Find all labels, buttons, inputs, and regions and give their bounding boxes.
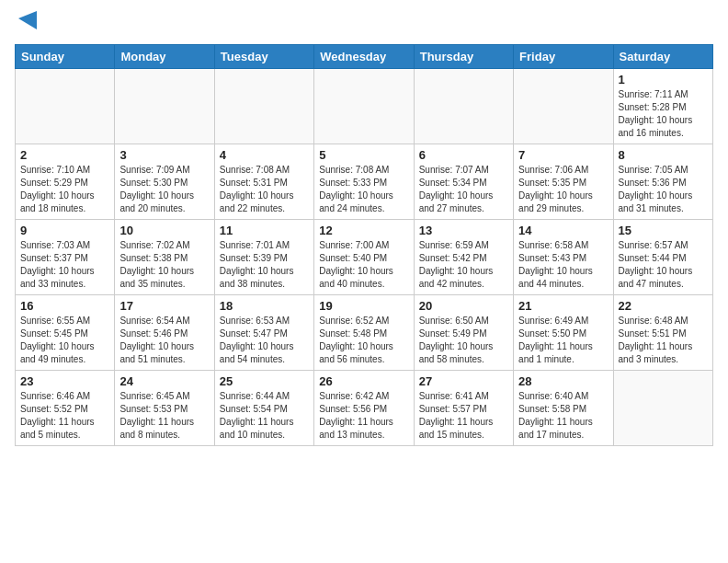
day-info: Sunrise: 7:06 AM Sunset: 5:35 PM Dayligh… <box>518 164 608 215</box>
calendar-cell: 6Sunrise: 7:07 AM Sunset: 5:34 PM Daylig… <box>414 144 513 220</box>
day-info: Sunrise: 7:00 AM Sunset: 5:40 PM Dayligh… <box>319 239 408 291</box>
day-info: Sunrise: 7:10 AM Sunset: 5:29 PM Dayligh… <box>20 164 109 215</box>
day-number: 22 <box>619 299 708 313</box>
day-number: 20 <box>419 299 508 313</box>
calendar-cell: 2Sunrise: 7:10 AM Sunset: 5:29 PM Daylig… <box>16 144 115 220</box>
day-info: Sunrise: 6:44 AM Sunset: 5:54 PM Dayligh… <box>220 390 309 442</box>
calendar-cell: 8Sunrise: 7:05 AM Sunset: 5:36 PM Daylig… <box>613 144 712 220</box>
calendar-cell <box>115 69 214 144</box>
day-number: 1 <box>619 73 708 86</box>
day-number: 3 <box>119 148 209 162</box>
calendar-week-row: 1Sunrise: 7:11 AM Sunset: 5:28 PM Daylig… <box>16 69 713 144</box>
calendar-cell: 7Sunrise: 7:06 AM Sunset: 5:35 PM Daylig… <box>514 144 613 220</box>
calendar-cell: 12Sunrise: 7:00 AM Sunset: 5:40 PM Dayli… <box>314 220 414 295</box>
day-info: Sunrise: 6:49 AM Sunset: 5:50 PM Dayligh… <box>518 315 608 366</box>
calendar-cell: 23Sunrise: 6:46 AM Sunset: 5:52 PM Dayli… <box>16 371 115 446</box>
calendar-cell: 24Sunrise: 6:45 AM Sunset: 5:53 PM Dayli… <box>115 371 214 446</box>
calendar-week-row: 23Sunrise: 6:46 AM Sunset: 5:52 PM Dayli… <box>16 371 713 446</box>
day-info: Sunrise: 6:45 AM Sunset: 5:53 PM Dayligh… <box>119 390 209 442</box>
calendar-cell: 9Sunrise: 7:03 AM Sunset: 5:37 PM Daylig… <box>16 220 115 295</box>
day-info: Sunrise: 6:41 AM Sunset: 5:57 PM Dayligh… <box>419 390 508 442</box>
calendar-cell: 19Sunrise: 6:52 AM Sunset: 5:48 PM Dayli… <box>314 295 414 371</box>
day-number: 5 <box>319 148 408 162</box>
day-info: Sunrise: 7:07 AM Sunset: 5:34 PM Dayligh… <box>419 164 508 215</box>
calendar-cell: 5Sunrise: 7:08 AM Sunset: 5:33 PM Daylig… <box>314 144 414 220</box>
day-number: 2 <box>20 148 109 162</box>
calendar-cell: 4Sunrise: 7:08 AM Sunset: 5:31 PM Daylig… <box>214 144 313 220</box>
day-number: 19 <box>319 299 408 313</box>
weekday-header-thursday: Thursday <box>414 45 513 69</box>
calendar-cell: 20Sunrise: 6:50 AM Sunset: 5:49 PM Dayli… <box>414 295 513 371</box>
calendar-cell <box>514 69 613 144</box>
day-number: 9 <box>20 224 109 237</box>
calendar-cell: 10Sunrise: 7:02 AM Sunset: 5:38 PM Dayli… <box>115 220 214 295</box>
day-number: 24 <box>119 374 209 388</box>
weekday-header-tuesday: Tuesday <box>214 45 313 69</box>
calendar-week-row: 2Sunrise: 7:10 AM Sunset: 5:29 PM Daylig… <box>16 144 713 220</box>
calendar-cell: 16Sunrise: 6:55 AM Sunset: 5:45 PM Dayli… <box>16 295 115 371</box>
day-info: Sunrise: 7:01 AM Sunset: 5:39 PM Dayligh… <box>220 239 309 291</box>
calendar-table: SundayMondayTuesdayWednesdayThursdayFrid… <box>15 44 713 446</box>
day-number: 11 <box>220 224 309 237</box>
weekday-header-row: SundayMondayTuesdayWednesdayThursdayFrid… <box>16 45 713 69</box>
day-info: Sunrise: 7:11 AM Sunset: 5:28 PM Dayligh… <box>619 88 708 140</box>
calendar-cell: 1Sunrise: 7:11 AM Sunset: 5:28 PM Daylig… <box>613 69 712 144</box>
day-info: Sunrise: 7:08 AM Sunset: 5:31 PM Dayligh… <box>220 164 309 215</box>
day-number: 25 <box>220 374 309 388</box>
calendar-cell <box>16 69 115 144</box>
calendar-cell: 26Sunrise: 6:42 AM Sunset: 5:56 PM Dayli… <box>314 371 414 446</box>
day-number: 14 <box>518 224 608 237</box>
logo-icon <box>17 11 37 37</box>
day-number: 4 <box>220 148 309 162</box>
day-info: Sunrise: 7:08 AM Sunset: 5:33 PM Dayligh… <box>319 164 408 215</box>
day-number: 6 <box>419 148 508 162</box>
svg-marker-0 <box>18 11 37 29</box>
calendar-cell: 22Sunrise: 6:48 AM Sunset: 5:51 PM Dayli… <box>613 295 712 371</box>
page-header <box>15 15 713 37</box>
logo <box>15 15 37 37</box>
day-info: Sunrise: 6:46 AM Sunset: 5:52 PM Dayligh… <box>20 390 109 442</box>
calendar-cell: 18Sunrise: 6:53 AM Sunset: 5:47 PM Dayli… <box>214 295 313 371</box>
calendar-cell: 14Sunrise: 6:58 AM Sunset: 5:43 PM Dayli… <box>514 220 613 295</box>
calendar-cell: 17Sunrise: 6:54 AM Sunset: 5:46 PM Dayli… <box>115 295 214 371</box>
day-number: 17 <box>119 299 209 313</box>
calendar-cell: 28Sunrise: 6:40 AM Sunset: 5:58 PM Dayli… <box>514 371 613 446</box>
calendar-cell: 3Sunrise: 7:09 AM Sunset: 5:30 PM Daylig… <box>115 144 214 220</box>
day-info: Sunrise: 7:05 AM Sunset: 5:36 PM Dayligh… <box>619 164 708 215</box>
day-info: Sunrise: 6:40 AM Sunset: 5:58 PM Dayligh… <box>518 390 608 442</box>
day-info: Sunrise: 7:03 AM Sunset: 5:37 PM Dayligh… <box>20 239 109 291</box>
day-info: Sunrise: 6:42 AM Sunset: 5:56 PM Dayligh… <box>319 390 408 442</box>
calendar-week-row: 9Sunrise: 7:03 AM Sunset: 5:37 PM Daylig… <box>16 220 713 295</box>
day-number: 12 <box>319 224 408 237</box>
day-number: 13 <box>419 224 508 237</box>
day-info: Sunrise: 6:55 AM Sunset: 5:45 PM Dayligh… <box>20 315 109 366</box>
day-info: Sunrise: 6:53 AM Sunset: 5:47 PM Dayligh… <box>220 315 309 366</box>
calendar-cell: 25Sunrise: 6:44 AM Sunset: 5:54 PM Dayli… <box>214 371 313 446</box>
day-info: Sunrise: 6:58 AM Sunset: 5:43 PM Dayligh… <box>518 239 608 291</box>
calendar-cell <box>613 371 712 446</box>
day-number: 15 <box>619 224 708 237</box>
day-info: Sunrise: 6:57 AM Sunset: 5:44 PM Dayligh… <box>619 239 708 291</box>
day-info: Sunrise: 6:50 AM Sunset: 5:49 PM Dayligh… <box>419 315 508 366</box>
weekday-header-saturday: Saturday <box>613 45 712 69</box>
day-info: Sunrise: 6:54 AM Sunset: 5:46 PM Dayligh… <box>119 315 209 366</box>
weekday-header-monday: Monday <box>115 45 214 69</box>
calendar-cell: 15Sunrise: 6:57 AM Sunset: 5:44 PM Dayli… <box>613 220 712 295</box>
day-number: 28 <box>518 374 608 388</box>
weekday-header-wednesday: Wednesday <box>314 45 414 69</box>
day-info: Sunrise: 6:52 AM Sunset: 5:48 PM Dayligh… <box>319 315 408 366</box>
day-number: 26 <box>319 374 408 388</box>
calendar-cell: 13Sunrise: 6:59 AM Sunset: 5:42 PM Dayli… <box>414 220 513 295</box>
weekday-header-sunday: Sunday <box>16 45 115 69</box>
day-number: 27 <box>419 374 508 388</box>
day-number: 16 <box>20 299 109 313</box>
day-number: 18 <box>220 299 309 313</box>
calendar-cell <box>314 69 414 144</box>
day-number: 8 <box>619 148 708 162</box>
day-number: 7 <box>518 148 608 162</box>
calendar-cell: 21Sunrise: 6:49 AM Sunset: 5:50 PM Dayli… <box>514 295 613 371</box>
day-info: Sunrise: 6:59 AM Sunset: 5:42 PM Dayligh… <box>419 239 508 291</box>
day-number: 10 <box>119 224 209 237</box>
calendar-cell: 27Sunrise: 6:41 AM Sunset: 5:57 PM Dayli… <box>414 371 513 446</box>
calendar-cell <box>414 69 513 144</box>
